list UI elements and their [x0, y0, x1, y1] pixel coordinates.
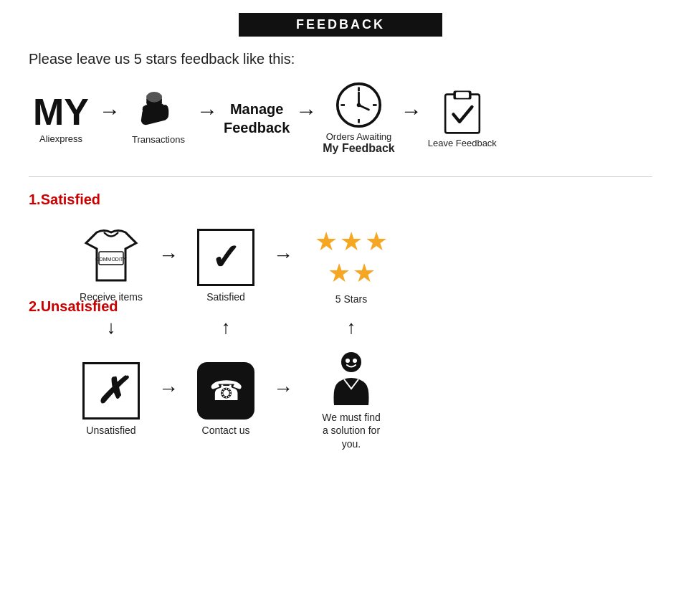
flow-item-aliexpress: MY Aliexpress [29, 93, 93, 144]
orders-label-top: Orders Awaiting [326, 131, 392, 142]
solution-label: We must finda solution foryou. [322, 411, 380, 450]
star-4: ★ [328, 258, 351, 288]
solution-cell: We must finda solution foryou. [301, 343, 401, 456]
svg-rect-4 [159, 104, 163, 113]
shirt-icon: COMMODITY [79, 229, 143, 286]
flow-row: MY Aliexpress → Transactions [29, 82, 652, 155]
unsatisfied-label: Unsatisfied [86, 424, 135, 437]
arrow-unsat-2: → [265, 379, 301, 399]
satisfied-cell: ✓ Satisfied [186, 223, 265, 309]
checkmark-symbol: ✓ [211, 237, 241, 278]
arrow-3: → [295, 99, 317, 123]
main-content: Please leave us 5 stars feedback like th… [0, 37, 681, 342]
arrow-1: → [99, 99, 120, 123]
down-arrow: ↓ [107, 313, 116, 342]
arrow-sat-2: → [265, 245, 301, 265]
svg-point-15 [357, 103, 361, 108]
x-box: ✗ [82, 362, 140, 420]
unsatisfied-section-label: 2.Unsatisfied [29, 298, 652, 315]
clock-icon [335, 82, 382, 128]
down-arrow-cell: ↓ [72, 311, 151, 343]
stars-group: ★ ★ ★ ★ ★ [315, 227, 388, 288]
star-2: ★ [340, 227, 363, 257]
hand-coins-icon [135, 92, 182, 131]
arrow-4: → [401, 99, 422, 123]
contact-us-label: Contact us [202, 424, 250, 437]
svg-point-21 [341, 352, 361, 372]
orders-label: Orders Awaiting My Feedback [323, 131, 394, 155]
transactions-label: Transactions [132, 134, 185, 145]
phone-box-icon: ☎ [197, 362, 254, 420]
my-text: MY [33, 93, 89, 131]
up-arrow: ↑ [222, 313, 231, 342]
svg-rect-18 [456, 92, 469, 98]
star-1: ★ [315, 227, 338, 257]
arrow-sat-1: → [151, 245, 186, 265]
arrow-2: → [196, 99, 218, 123]
svg-point-23 [353, 359, 357, 363]
svg-rect-3 [163, 105, 167, 114]
up-arrow-cell: ↑ [186, 311, 265, 343]
orders-label-bold: My Feedback [323, 142, 394, 154]
flow-item-transactions: Transactions [126, 92, 191, 145]
x-symbol: ✗ [96, 370, 126, 412]
divider [29, 176, 652, 177]
leave-feedback-label: Leave Feedback [428, 138, 497, 148]
up-arrow-cell-2: ↑ [301, 311, 401, 343]
header: FEEDBACK [0, 13, 681, 37]
svg-text:COMMODITY: COMMODITY [95, 257, 127, 262]
arrow-unsat-1: → [151, 379, 186, 399]
star-3: ★ [365, 227, 388, 257]
receive-items-cell: COMMODITY Receive items [72, 223, 151, 309]
up-arrow-2: ↑ [347, 313, 356, 342]
flow-item-orders: Orders Awaiting My Feedback [323, 82, 394, 155]
svg-point-2 [146, 92, 162, 103]
satisfied-section-label: 1.Satisfied [29, 191, 652, 208]
flow-item-leave: Leave Feedback [428, 88, 497, 148]
flow-item-manage: ManageFeedback [224, 100, 290, 137]
person-icon [323, 349, 380, 407]
intro-text: Please leave us 5 stars feedback like th… [29, 51, 652, 67]
clipboard-icon [441, 88, 484, 135]
contact-us-cell: ☎ Contact us [186, 356, 265, 442]
svg-rect-16 [445, 95, 480, 133]
manage-feedback-text: ManageFeedback [224, 100, 290, 137]
svg-rect-5 [155, 103, 159, 112]
diagram: COMMODITY Receive items → ✓ Satisfied → … [72, 221, 652, 456]
page-title: FEEDBACK [239, 13, 442, 37]
aliexpress-label: Aliexpress [39, 133, 82, 144]
unsatisfied-cell: ✗ Unsatisfied [72, 356, 151, 442]
svg-point-22 [346, 359, 350, 363]
star-5: ★ [353, 258, 376, 288]
svg-rect-6 [151, 104, 156, 113]
unsatisfied-section-wrapper: 2.Unsatisfied [29, 298, 652, 315]
phone-symbol: ☎ [209, 375, 243, 407]
checkmark-box: ✓ [197, 229, 254, 286]
